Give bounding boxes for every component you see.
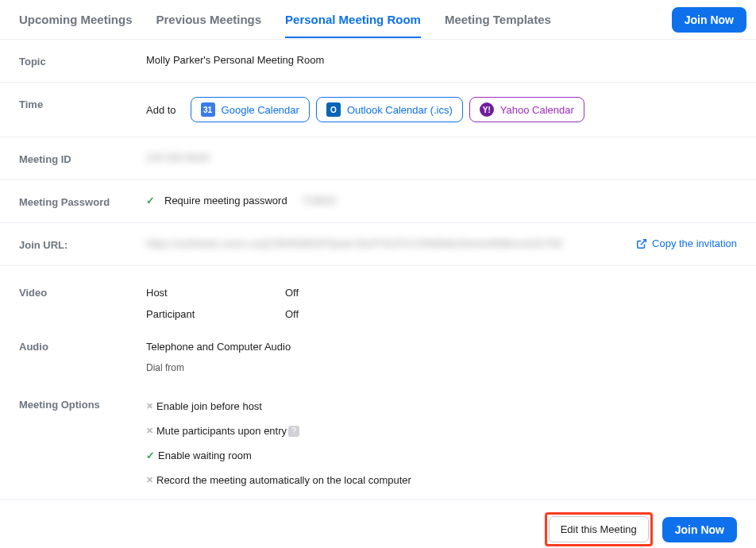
svg-line-0: [641, 239, 646, 244]
meeting-options-label: Meeting Options: [19, 394, 146, 492]
outlook-calendar-button[interactable]: O Outlook Calendar (.ics): [316, 97, 463, 122]
option-join-before-host: Enable join before host: [156, 400, 262, 412]
video-host-value: Off: [285, 287, 299, 299]
check-icon: ✓: [146, 195, 155, 206]
password-value: 718920: [302, 195, 336, 206]
yahoo-calendar-button[interactable]: Y! Yahoo Calendar: [469, 97, 584, 122]
video-label: Video: [19, 282, 146, 325]
video-participant-label: Participant: [146, 308, 285, 320]
copy-invitation-link[interactable]: Copy the invitation: [636, 237, 737, 249]
yahoo-calendar-label: Yahoo Calendar: [500, 104, 574, 116]
option-record-auto: Record the meeting automatically on the …: [156, 474, 411, 486]
outlook-calendar-label: Outlook Calendar (.ics): [347, 104, 453, 116]
video-participant-value: Off: [285, 308, 299, 320]
join-now-button-top[interactable]: Join Now: [672, 7, 746, 33]
google-calendar-icon: 31: [201, 102, 215, 117]
cross-icon: ✕: [146, 401, 153, 411]
topic-label: Topic: [19, 54, 146, 68]
topic-value: Molly Parker's Personal Meeting Room: [146, 54, 737, 66]
yahoo-calendar-icon: Y!: [480, 102, 494, 117]
google-calendar-label: Google Calendar: [222, 104, 299, 116]
option-mute-on-entry: Mute participants upon entry: [156, 425, 287, 437]
google-calendar-button[interactable]: 31 Google Calendar: [191, 97, 310, 122]
tab-previous[interactable]: Previous Meetings: [156, 1, 262, 38]
join-url-label: Join URL:: [19, 237, 146, 251]
cross-icon: ✕: [146, 426, 153, 436]
check-icon: ✓: [146, 450, 155, 461]
dial-from-label: Dial from: [146, 362, 184, 373]
tab-templates[interactable]: Meeting Templates: [445, 1, 551, 38]
audio-label: Audio: [19, 336, 146, 378]
meeting-id-value: 235 093 8029: [146, 152, 210, 164]
video-host-label: Host: [146, 287, 285, 299]
outlook-calendar-icon: O: [326, 102, 341, 117]
cross-icon: ✕: [146, 475, 153, 485]
share-icon: [636, 238, 647, 249]
time-label: Time: [19, 97, 146, 110]
tab-upcoming[interactable]: Upcoming Meetings: [19, 1, 133, 38]
copy-invitation-label: Copy the invitation: [652, 237, 737, 249]
password-label: Meeting Password: [19, 195, 146, 208]
require-password-text: Require meeting password: [164, 195, 287, 206]
info-icon[interactable]: ?: [288, 426, 299, 437]
tab-personal-meeting-room[interactable]: Personal Meeting Room: [285, 1, 421, 38]
add-to-label: Add to: [146, 104, 176, 116]
meeting-id-label: Meeting ID: [19, 152, 146, 165]
option-waiting-room: Enable waiting room: [158, 450, 252, 461]
join-url-value: https://us04web.zoom.us/j/2350938029?pwd…: [146, 237, 562, 249]
edit-meeting-button[interactable]: Edit this Meeting: [549, 516, 649, 542]
join-now-button-bottom[interactable]: Join Now: [662, 517, 737, 542]
audio-value: Telephone and Computer Audio: [146, 341, 291, 353]
edit-highlight: Edit this Meeting: [545, 512, 653, 546]
